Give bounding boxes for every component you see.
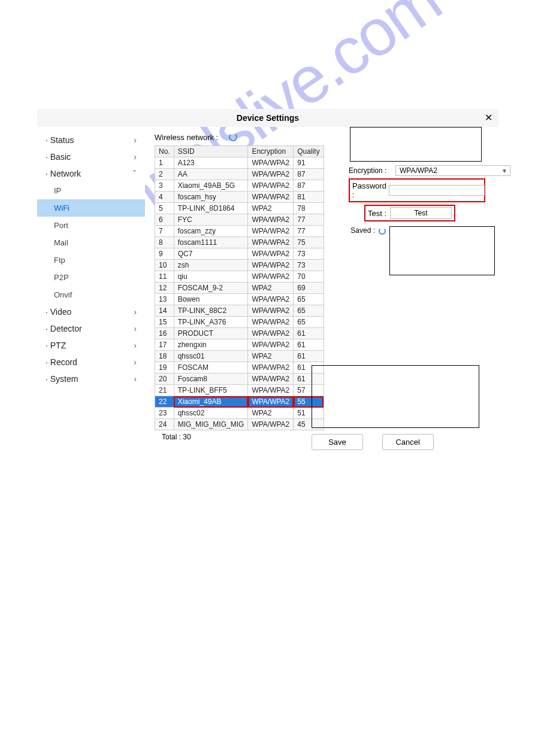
table-row[interactable]: 12FOSCAM_9-2WPA269 xyxy=(155,283,324,294)
no-cell: 12 xyxy=(155,283,174,294)
no-cell: 18 xyxy=(155,351,174,362)
enc-cell: WPA/WPA2 xyxy=(248,169,294,180)
enc-cell: WPA/WPA2 xyxy=(248,385,294,396)
no-cell: 20 xyxy=(155,374,174,385)
encryption-select[interactable]: WPA/WPA2 ▼ xyxy=(395,165,510,176)
device-settings-window: Device Settings ✕ · Status›· Basic›· Net… xyxy=(37,109,498,441)
qual-cell: 61 xyxy=(294,328,324,339)
nav-item-video[interactable]: · Video› xyxy=(37,303,145,320)
qual-cell: 65 xyxy=(294,317,324,328)
password-input[interactable] xyxy=(389,185,485,196)
table-row[interactable]: 8foscam1111WPA/WPA275 xyxy=(155,237,324,248)
table-row[interactable]: 21TP-LINK_BFF5WPA/WPA257 xyxy=(155,385,324,396)
nav-item-status[interactable]: · Status› xyxy=(37,132,145,148)
table-row[interactable]: 19FOSCAMWPA/WPA261 xyxy=(155,362,324,374)
enc-cell: WPA/WPA2 xyxy=(248,374,294,385)
ssid-cell: FYC xyxy=(174,214,248,226)
table-row[interactable]: 1A123WPA/WPA291 xyxy=(155,157,324,169)
table-row[interactable]: 6FYCWPA/WPA277 xyxy=(155,214,324,226)
qual-cell: 87 xyxy=(294,169,324,180)
table-row[interactable]: 7foscam_zzyWPA/WPA277 xyxy=(155,226,324,237)
enc-cell: WPA/WPA2 xyxy=(248,317,294,328)
ssid-cell: QC7 xyxy=(174,248,248,260)
ssid-cell: AA xyxy=(174,169,248,180)
enc-cell: WPA2 xyxy=(248,351,294,362)
table-row[interactable]: 4foscam_hsyWPA/WPA281 xyxy=(155,192,324,203)
table-row[interactable]: 11qiuWPA/WPA270 xyxy=(155,271,324,283)
enc-cell: WPA2 xyxy=(248,408,294,419)
table-row[interactable]: 23qhssc02WPA251 xyxy=(155,408,324,419)
ssid-cell: Xiaomi_49AB_5G xyxy=(174,180,248,192)
nav-item-detector[interactable]: · Detector› xyxy=(37,320,145,337)
chevron-right-icon: › xyxy=(134,324,137,333)
enc-cell: WPA/WPA2 xyxy=(248,328,294,339)
no-cell: 6 xyxy=(155,214,174,226)
table-row[interactable]: 16PRODUCTWPA/WPA261 xyxy=(155,328,324,339)
ssid-cell: qhssc01 xyxy=(174,351,248,362)
table-row[interactable]: 2AAWPA/WPA287 xyxy=(155,169,324,180)
no-cell: 10 xyxy=(155,260,174,271)
sidebar-item-ftp[interactable]: Ftp xyxy=(37,251,145,269)
qual-cell: 61 xyxy=(294,339,324,351)
sidebar-item-mail[interactable]: Mail xyxy=(37,234,145,251)
ssid-cell: A123 xyxy=(174,157,248,169)
nav-item-network[interactable]: · Network˅ xyxy=(37,165,145,182)
ssid-cell: TP-LINK_BFF5 xyxy=(174,385,248,396)
no-cell: 11 xyxy=(155,271,174,283)
table-row[interactable]: 15TP-LINK_A376WPA/WPA265 xyxy=(155,317,324,328)
col-encryption: Encryption xyxy=(248,146,294,157)
sidebar-item-p2p[interactable]: P2P xyxy=(37,269,145,286)
sidebar: · Status›· Basic›· Network˅IPWiFiPortMai… xyxy=(37,127,145,441)
table-row[interactable]: 20Foscam8WPA/WPA261 xyxy=(155,374,324,385)
chevron-down-icon: ▼ xyxy=(501,168,507,174)
table-row[interactable]: 17zhengxinWPA/WPA261 xyxy=(155,339,324,351)
no-cell: 21 xyxy=(155,385,174,396)
ssid-cell: FOSCAM_9-2 xyxy=(174,283,248,294)
qual-cell: 77 xyxy=(294,214,324,226)
qual-cell: 91 xyxy=(294,157,324,169)
nav-item-system[interactable]: · System› xyxy=(37,371,145,387)
qual-cell: 61 xyxy=(294,351,324,362)
chevron-right-icon: › xyxy=(134,152,137,162)
ssid-cell: FOSCAM xyxy=(174,362,248,374)
qual-cell: 65 xyxy=(294,305,324,317)
test-button[interactable]: Test xyxy=(390,207,452,219)
sidebar-item-port[interactable]: Port xyxy=(37,217,145,234)
enc-cell: WPA/WPA2 xyxy=(248,271,294,283)
qual-cell: 65 xyxy=(294,294,324,305)
chevron-down-icon: ˅ xyxy=(132,169,137,178)
table-row[interactable]: 3Xiaomi_49AB_5GWPA/WPA287 xyxy=(155,180,324,192)
no-cell: 17 xyxy=(155,339,174,351)
table-row[interactable]: 10zshWPA/WPA273 xyxy=(155,260,324,271)
table-row[interactable]: 14TP-LINK_88C2WPA/WPA265 xyxy=(155,305,324,317)
test-label: Test : xyxy=(368,209,386,218)
chevron-right-icon: › xyxy=(134,135,137,145)
sidebar-item-wifi[interactable]: WiFi xyxy=(37,199,145,217)
no-cell: 22 xyxy=(155,396,174,408)
no-cell: 23 xyxy=(155,408,174,419)
enc-cell: WPA/WPA2 xyxy=(248,180,294,192)
enc-cell: WPA/WPA2 xyxy=(248,419,294,430)
no-cell: 2 xyxy=(155,169,174,180)
ssid-cell: Foscam8 xyxy=(174,374,248,385)
table-row[interactable]: 5TP-LINK_8D1864WPA278 xyxy=(155,203,324,214)
enc-cell: WPA/WPA2 xyxy=(248,294,294,305)
table-row[interactable]: 24MIG_MIG_MIG_MIGWPA/WPA245 xyxy=(155,419,324,430)
table-row[interactable]: 9QC7WPA/WPA273 xyxy=(155,248,324,260)
close-icon[interactable]: ✕ xyxy=(485,109,492,127)
refresh-icon[interactable] xyxy=(229,133,237,141)
ssid-cell: MIG_MIG_MIG_MIG xyxy=(174,419,248,430)
nav-item-record[interactable]: · Record› xyxy=(37,354,145,371)
save-button[interactable]: Save xyxy=(312,434,363,450)
table-row[interactable]: 22Xiaomi_49ABWPA/WPA255 xyxy=(155,396,324,408)
table-row[interactable]: 18qhssc01WPA261 xyxy=(155,351,324,362)
nav-item-ptz[interactable]: · PTZ› xyxy=(37,337,145,354)
sidebar-item-onvif[interactable]: Onvif xyxy=(37,286,145,303)
no-cell: 1 xyxy=(155,157,174,169)
cancel-button[interactable]: Cancel xyxy=(382,434,434,450)
table-row[interactable]: 13BowenWPA/WPA265 xyxy=(155,294,324,305)
sidebar-item-ip[interactable]: IP xyxy=(37,182,145,199)
wifi-form-pane: Encryption : WPA/WPA2 ▼ Password : Test … xyxy=(349,127,510,450)
enc-cell: WPA/WPA2 xyxy=(248,226,294,237)
nav-item-basic[interactable]: · Basic› xyxy=(37,148,145,165)
